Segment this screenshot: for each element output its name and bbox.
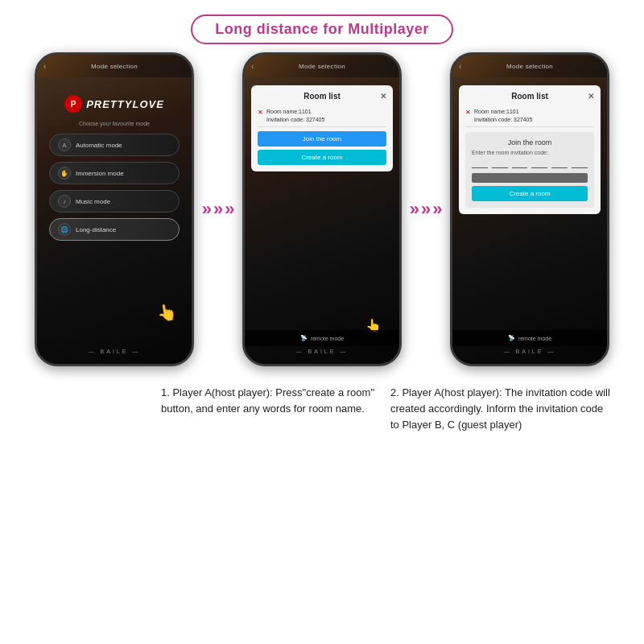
immersion-icon: ✋ — [58, 167, 71, 180]
mode-btn-immersion[interactable]: ✋ Immersion mode — [49, 162, 180, 184]
longdistance-icon: 🌐 — [58, 223, 71, 236]
code-line-3 — [512, 159, 528, 168]
mode-btn-music-label: Music mode — [76, 198, 110, 205]
phone3-bottom-bar: 📡 remote mode — [452, 330, 607, 346]
mode-btn-longdistance-label: Long-distance — [76, 226, 116, 233]
instructions-row: 1. Player A(host player): Press"create a… — [0, 373, 644, 433]
arrow-chevron-1: » — [202, 199, 212, 220]
room-item-x-3: ✕ — [465, 109, 471, 116]
phone2-back-arrow: ‹ — [251, 62, 254, 71]
room-item-info-3: Room name:1101 Invitation code: 327405 — [474, 108, 532, 124]
arrow-chevron-6: » — [432, 199, 442, 220]
room-list-title-3: Room list ✕ — [465, 92, 594, 101]
mode-btn-immersion-label: Immersion mode — [76, 170, 124, 177]
room-item-3: ✕ Room name:1101 Invitation code: 327405 — [465, 105, 594, 127]
phones-row: ‹ Mode selection P PRETTYLOVE Choose you… — [0, 52, 644, 366]
code-line-5 — [551, 159, 568, 168]
logo-text-pretty: PRETTY — [86, 98, 132, 110]
phone2-bottom-bar: 📡 remote mode — [245, 330, 399, 346]
code-line-1 — [472, 159, 488, 168]
music-icon: ♪ — [58, 195, 71, 208]
phone2-header: ‹ Mode selection — [245, 55, 399, 77]
arrow-section-2: » » » — [402, 199, 450, 220]
room-list-close-3[interactable]: ✕ — [588, 92, 594, 101]
room-list-title-2: Room list ✕ — [258, 92, 386, 101]
room-list-dialog-2: Room list ✕ ✕ Room name:1101 Invitation … — [251, 85, 393, 171]
phone2-header-text: Mode selection — [299, 63, 345, 70]
arrow-chevron-5: » — [421, 199, 431, 220]
logo-text-love: LOVE — [132, 98, 163, 110]
phone1-mode-buttons: A Automatic mode ✋ Immersion mode ♪ Musi… — [49, 134, 180, 241]
code-underlines — [472, 159, 588, 168]
arrow-chevron-2: » — [213, 199, 223, 220]
logo-text: PRETTYLOVE — [86, 98, 164, 110]
phone1-choose-text: Choose your favourite mode — [37, 121, 192, 126]
code-line-6 — [572, 159, 588, 168]
room-item-x-2: ✕ — [258, 109, 263, 116]
phone3-header-text: Mode selection — [506, 63, 553, 70]
mode-btn-longdistance[interactable]: 🌐 Long-distance — [49, 218, 180, 241]
instruction-box-1: 1. Player A(host player): Press"create a… — [161, 385, 382, 433]
double-arrows-2: » » » — [410, 199, 443, 220]
instruction-text-2: 2. Player A(host player): The invitation… — [390, 385, 612, 433]
arrow-chevron-3: » — [225, 199, 234, 220]
phone1-header: ‹ Mode selection — [37, 55, 192, 77]
room-item-info-2: Room name:1101 Invitation code: 327405 — [266, 108, 324, 124]
title-badge: Long distance for Multiplayer — [191, 14, 453, 44]
create-room-button-2[interactable]: Create a room — [258, 150, 386, 165]
join-room-button-2[interactable]: Join the room — [258, 131, 386, 147]
phone2-frame: ‹ Mode selection Room list ✕ ✕ Room name… — [242, 52, 402, 366]
arrow-chevron-4: » — [410, 199, 419, 220]
double-arrows-1: » » » — [202, 199, 235, 220]
room-list-dialog-3: Room list ✕ ✕ Room name:1101 Invitation … — [459, 85, 601, 214]
join-room-section: Join the room Enter the room invitation … — [465, 132, 594, 208]
join-room-label: Enter the room invitation code: — [472, 150, 588, 155]
code-input-bar — [472, 173, 588, 183]
phone2-footer: — BAILE — — [245, 349, 399, 354]
remote-mode-icon: 📡 — [300, 335, 308, 341]
arrow-section-1: » » » — [194, 199, 242, 220]
room-name-2: Room name:1101 — [266, 108, 324, 116]
join-room-title: Join the room — [472, 138, 588, 147]
room-name-3: Room name:1101 — [474, 108, 532, 116]
title-text: Long distance for Multiplayer — [215, 21, 429, 37]
instruction-text-1: 1. Player A(host player): Press"create a… — [161, 385, 382, 417]
invitation-code-2: Invitation code: 327405 — [266, 116, 324, 124]
title-section: Long distance for Multiplayer — [0, 0, 644, 44]
mode-btn-automatic[interactable]: A Automatic mode — [49, 134, 180, 156]
phone1-logo: P PRETTYLOVE — [37, 95, 192, 113]
phone1-frame: ‹ Mode selection P PRETTYLOVE Choose you… — [35, 52, 194, 366]
mode-btn-automatic-label: Automatic mode — [76, 142, 122, 149]
logo-icon: P — [64, 95, 82, 113]
remote-mode-text: remote mode — [311, 336, 344, 341]
create-room-button-3[interactable]: Create a room — [472, 186, 588, 201]
room-list-title-text-3: Room list — [511, 92, 548, 101]
phone3-footer: — BAILE — — [452, 349, 607, 354]
phone3-header: ‹ Mode selection — [452, 55, 607, 77]
remote-mode-icon-3: 📡 — [508, 335, 515, 341]
room-list-title-text-2: Room list — [303, 92, 341, 101]
invitation-code-3: Invitation code: 327405 — [474, 116, 532, 124]
room-item-2: ✕ Room name:1101 Invitation code: 327405 — [258, 105, 386, 127]
remote-mode-text-3: remote mode — [518, 336, 551, 341]
mode-btn-music[interactable]: ♪ Music mode — [49, 190, 180, 213]
room-list-close-2[interactable]: ✕ — [380, 92, 386, 101]
instruction-box-2: 2. Player A(host player): The invitation… — [390, 385, 612, 433]
code-line-2 — [492, 159, 508, 168]
hand-pointer-icon: 👆 — [155, 301, 179, 324]
phone1-header-text: Mode selection — [91, 63, 138, 70]
phone3-back-arrow: ‹ — [459, 62, 461, 71]
phone1-footer: — BAILE — — [37, 349, 192, 354]
code-line-4 — [531, 159, 547, 168]
automatic-icon: A — [58, 138, 71, 151]
phone1-back-arrow: ‹ — [43, 62, 46, 71]
phone3-frame: ‹ Mode selection Room list ✕ ✕ Room name… — [450, 52, 609, 366]
